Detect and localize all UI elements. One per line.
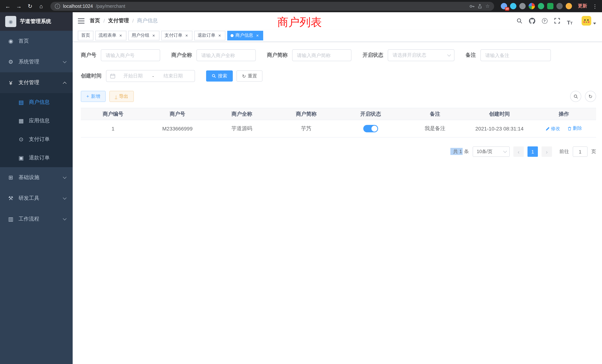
full-name-input[interactable] xyxy=(196,49,256,61)
extension-green-circle-icon[interactable] xyxy=(538,3,544,9)
refresh-table-button[interactable]: ↻ xyxy=(585,91,596,102)
status-select[interactable]: 请选择开启状态 xyxy=(388,49,454,61)
bookmark-star-icon[interactable]: ☆ xyxy=(485,3,490,9)
help-icon[interactable]: ? xyxy=(540,16,549,25)
reset-button[interactable]: ↻ 重置 xyxy=(236,70,263,82)
tab-user-group[interactable]: 用户分组 × xyxy=(128,31,159,40)
plus-icon: + xyxy=(86,94,89,99)
extension-gray-icon[interactable] xyxy=(519,3,526,9)
sidebar-item-refund-order[interactable]: ▣ 退款订单 xyxy=(0,149,73,167)
tab-close-icon[interactable]: × xyxy=(255,33,260,38)
next-page-button[interactable]: › xyxy=(542,146,552,157)
pagination-total-selected: 共 1 xyxy=(450,148,463,155)
sidebar-item-workflow[interactable]: ▥ 工作流程 xyxy=(0,209,73,229)
page-size-select[interactable]: 10条/页 xyxy=(473,146,510,157)
search-icon[interactable] xyxy=(515,16,524,25)
chevron-down-icon xyxy=(63,59,66,63)
password-key-icon[interactable] xyxy=(470,3,475,9)
sidebar-logo[interactable]: ◉ 芋道管理系统 xyxy=(0,12,73,31)
tab-close-icon[interactable]: × xyxy=(151,33,156,38)
extension-colorwheel-icon[interactable] xyxy=(529,3,535,9)
breadcrumb-separator: / xyxy=(132,18,134,24)
tab-home[interactable]: 首页 xyxy=(78,31,93,40)
tab-refund-order[interactable]: 退款订单 × xyxy=(194,31,225,40)
create-time-range-picker[interactable]: 开始日期 - 结束日期 xyxy=(106,70,195,82)
toggle-search-button[interactable] xyxy=(570,91,581,102)
start-date-placeholder: 开始日期 xyxy=(115,73,151,79)
filter-status: 开启状态 请选择开启状态 xyxy=(363,49,454,61)
edit-link[interactable]: 修改 xyxy=(546,126,560,132)
sidebar-item-pay[interactable]: ¥ 支付管理 xyxy=(0,72,73,93)
table-row: 1 M233666999 芋道源码 芋艿 我是备注 2021-10-23 08:… xyxy=(81,120,596,137)
prev-page-button[interactable]: ‹ xyxy=(513,146,524,157)
fullscreen-icon[interactable] xyxy=(553,16,562,25)
sidebar-item-pay-order[interactable]: ⊙ 支付订单 xyxy=(0,130,73,149)
short-name-input[interactable] xyxy=(292,49,351,61)
chevron-down-icon xyxy=(63,216,66,220)
chevron-down-icon xyxy=(63,196,66,199)
extension-puzzle-icon[interactable]: 10 xyxy=(501,3,507,9)
tab-pay-order[interactable]: 支付订单 × xyxy=(161,31,192,40)
browser-back-icon[interactable]: ← xyxy=(3,1,13,11)
browser-refresh-icon[interactable]: ↻ xyxy=(25,1,35,11)
search-button-label: 搜索 xyxy=(218,73,227,79)
remark-input[interactable] xyxy=(480,49,551,61)
cell-created-at: 2021-10-23 08:31:14 xyxy=(467,120,532,137)
tab-label: 商户信息 xyxy=(235,32,253,39)
sidebar-item-merchant-info[interactable]: ▤ 商户信息 xyxy=(0,93,73,112)
extension-emoji-icon[interactable] xyxy=(566,3,572,9)
record-icon: ⊙ xyxy=(18,136,24,143)
url-host: localhost:1024 xyxy=(63,3,93,9)
browser-menu-icon[interactable]: ⋮ xyxy=(592,3,598,9)
question-mark-icon: ? xyxy=(542,18,547,23)
goto-page-input[interactable] xyxy=(573,146,588,157)
sidebar-item-infrastructure[interactable]: ⊞ 基础设施 xyxy=(0,167,73,188)
page-unit-label: 页 xyxy=(591,148,596,155)
cell-short-name: 芋艿 xyxy=(274,120,339,137)
app-header: 首页 / 支付管理 / 商户信息 商户列表 ? xyxy=(73,12,602,29)
breadcrumb-home[interactable]: 首页 xyxy=(90,17,100,24)
extension-dark-puzzle-icon[interactable] xyxy=(556,3,563,9)
font-size-small-glyph: T xyxy=(570,21,572,25)
github-icon[interactable] xyxy=(527,16,536,25)
export-button[interactable]: ↓ 导出 xyxy=(109,91,134,102)
sidebar-item-app-info[interactable]: ▦ 应用信息 xyxy=(0,112,73,130)
page-1-button[interactable]: 1 xyxy=(527,146,538,157)
tab-label: 流程表单 xyxy=(99,32,116,39)
status-select-placeholder: 请选择开启状态 xyxy=(393,52,426,59)
site-info-icon[interactable]: i xyxy=(55,3,60,9)
tab-close-icon[interactable]: × xyxy=(217,33,222,38)
sidebar-item-dev-tools[interactable]: ⚒ 研发工具 xyxy=(0,188,73,209)
merchant-no-input[interactable] xyxy=(101,49,160,61)
table-header-row: 商户编号 商户号 商户全称 商户简称 开启状态 备注 创建时间 操作 xyxy=(81,108,596,120)
extension-notes-icon[interactable] xyxy=(547,3,553,9)
extension-drop-icon[interactable] xyxy=(510,3,516,9)
extension-badge: 10 xyxy=(505,7,509,11)
browser-home-icon[interactable]: ⌂ xyxy=(36,1,46,11)
filter-label: 开启状态 xyxy=(363,52,383,59)
status-switch[interactable] xyxy=(363,125,378,132)
browser-forward-icon[interactable]: → xyxy=(14,1,24,11)
browser-update-button[interactable]: 更新 xyxy=(578,3,587,9)
delete-link[interactable]: 删除 xyxy=(568,126,582,132)
tab-label: 首页 xyxy=(81,32,90,39)
tab-merchant-info[interactable]: 商户信息 × xyxy=(227,31,263,40)
share-icon[interactable] xyxy=(478,3,483,9)
add-button[interactable]: + 新增 xyxy=(81,91,106,102)
refresh-icon: ↻ xyxy=(589,94,592,99)
sidebar-item-system[interactable]: ⚙ 系统管理 xyxy=(0,52,73,72)
font-size-icon[interactable]: TT xyxy=(565,16,574,25)
tab-close-icon[interactable]: × xyxy=(184,33,189,38)
filter-label: 创建时间 xyxy=(81,73,102,79)
sidebar-item-home[interactable]: ◉ 首页 xyxy=(0,31,73,52)
search-button[interactable]: 搜索 xyxy=(206,70,233,82)
user-menu[interactable] xyxy=(582,16,596,26)
tab-process-form[interactable]: 流程表单 × xyxy=(95,31,126,40)
filter-label: 商户全称 xyxy=(171,52,192,59)
address-bar[interactable]: i localhost:1024 /pay/merchant ☆ xyxy=(50,2,494,11)
pagination: 共 1 条 10条/页 ‹ 1 › 前往 页 xyxy=(81,146,596,157)
hamburger-icon[interactable] xyxy=(73,12,90,29)
avatar xyxy=(582,16,591,26)
tab-close-icon[interactable]: × xyxy=(118,33,123,38)
breadcrumb-pay[interactable]: 支付管理 xyxy=(108,17,129,24)
